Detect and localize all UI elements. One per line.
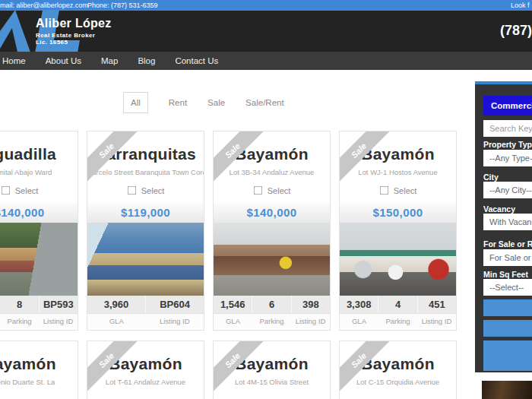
listing-card-aguadilla[interactable]: Aguadilla Caimital Abajo Ward Select $14…: [0, 131, 78, 331]
listing-address: Lot WJ-1 Hostos Avenue: [340, 168, 456, 177]
topbar-look-link[interactable]: Look f: [511, 2, 530, 9]
listing-address: Eugenio Duarte St. La: [0, 378, 78, 387]
tab-sale[interactable]: Sale: [207, 98, 225, 107]
listing-city: Aguadilla: [0, 145, 78, 163]
listing-select[interactable]: Select: [0, 185, 78, 196]
page: mail: aliber@aliberlopez.com Phone: (787…: [0, 0, 532, 399]
property-photo[interactable]: [0, 223, 78, 296]
listing-address: Lot 4M-15 Olivia Street: [214, 378, 330, 387]
property-photo[interactable]: [214, 223, 330, 296]
nav-item-about-us[interactable]: About Us: [36, 56, 91, 65]
stat-value-gla: 3,308: [340, 296, 378, 313]
stat-label-listing-id: Listing ID: [291, 314, 330, 328]
field-label-min-sq-feet: Min Sq Feet: [483, 270, 528, 279]
stat-label-parking: Parking: [252, 314, 291, 328]
brand-license: Lic. 16565: [36, 39, 112, 46]
listing-card-bayamon-andaluz[interactable]: Sale Bayamón Lot 3B-34 Andaluz Avenue Se…: [213, 131, 331, 331]
search-keyword-input[interactable]: [483, 120, 532, 137]
stat-value-parking: 6: [252, 296, 291, 313]
commercial-search-widget: Commercial Property Type --Any Type-- Ci…: [475, 81, 532, 372]
field-label-for-sale-or-rent: For Sale or Rent: [483, 239, 532, 249]
topbar: mail: aliber@aliberlopez.com Phone: (787…: [0, 0, 532, 11]
listing-city: Bayamón: [0, 355, 78, 373]
listing-select[interactable]: Select: [214, 185, 330, 196]
listing-select[interactable]: Select: [87, 185, 204, 196]
stat-values-row: 8 BP593: [0, 296, 78, 313]
stat-label-parking: Parking: [378, 314, 417, 328]
nav-item-map[interactable]: Map: [91, 56, 128, 65]
city-select[interactable]: --Any City--: [483, 182, 532, 198]
min-sq-feet-select[interactable]: --Select--: [483, 279, 532, 296]
stat-label-listing-id: Listing ID: [417, 314, 456, 328]
vacancy-select[interactable]: With Vacancy: [483, 214, 532, 230]
nav-item-home[interactable]: Home: [0, 56, 36, 65]
listings-grid: Aguadilla Caimital Abajo Ward Select $14…: [0, 131, 457, 399]
widget-title-button[interactable]: Commercial: [483, 96, 532, 116]
tab-sale-rent[interactable]: Sale/Rent: [245, 98, 284, 107]
select-checkbox[interactable]: [1, 186, 10, 195]
site-header: Aliber López Real Estate Broker Lic. 165…: [0, 11, 532, 52]
stat-value-gla: 3,960: [87, 296, 146, 313]
logo[interactable]: Aliber López Real Estate Broker Lic. 165…: [36, 17, 112, 46]
select-checkbox[interactable]: [379, 186, 388, 195]
property-photo[interactable]: [87, 223, 204, 296]
field-label-property-type: Property Type: [483, 140, 532, 149]
select-label: Select: [15, 186, 39, 195]
select-checkbox[interactable]: [253, 186, 262, 195]
nav-item-blog[interactable]: Blog: [128, 56, 165, 65]
listing-select[interactable]: Select: [340, 185, 456, 196]
select-checkbox[interactable]: [127, 186, 136, 195]
brand-subtitle: Real Estate Broker: [36, 32, 112, 39]
property-type-select[interactable]: --Any Type--: [483, 150, 532, 166]
stat-values-row: 1,546 6 398: [214, 296, 330, 313]
listing-address: Caimital Abajo Ward: [0, 168, 78, 177]
listing-card-bayamon-duarte[interactable]: Bayamón Eugenio Duarte St. La: [0, 340, 78, 399]
listing-price[interactable]: $140,000: [0, 203, 78, 223]
listing-card-bayamon-olivia[interactable]: Sale Bayamón Lot 4M-15 Olivia Street: [213, 340, 331, 399]
widget-button-2[interactable]: [483, 320, 532, 337]
topbar-phone: Phone: (787) 531-6359: [87, 2, 158, 9]
listing-card-bayamon-orquidia[interactable]: Sale Bayamón Lot C-15 Orquidia Avenue: [339, 340, 457, 399]
listing-price[interactable]: $140,000: [214, 203, 330, 223]
listing-address: Lot 3B-34 Andaluz Avenue: [214, 168, 330, 177]
listing-card-bayamon-hostos[interactable]: Sale Bayamón Lot WJ-1 Hostos Avenue Sele…: [339, 131, 457, 331]
field-label-vacancy: Vacancy: [483, 204, 515, 214]
listing-card-bayamon-andaluz-t61[interactable]: Sale Bayamón Lot T-61 Andaluz Avenue: [87, 340, 204, 399]
main-nav: Home About Us Map Blog Contact Us: [0, 52, 532, 70]
listing-price[interactable]: $119,000: [87, 203, 204, 223]
stat-value-parking: 8: [0, 296, 39, 313]
widget-button-1[interactable]: [483, 299, 532, 316]
for-sale-or-rent-select[interactable]: For Sale or Rent: [483, 249, 532, 266]
select-label: Select: [141, 186, 165, 195]
stat-value-parking: 4: [378, 296, 417, 313]
listing-address: Lot T-61 Andaluz Avenue: [87, 378, 204, 387]
select-label: Select: [394, 186, 417, 195]
header-phone: (787): [500, 23, 532, 39]
stat-labels-row: GLA Listing ID: [87, 313, 204, 328]
field-label-city: City: [483, 173, 499, 182]
widget-button-3[interactable]: [483, 340, 532, 371]
tab-all[interactable]: All: [123, 92, 148, 113]
topbar-email-link[interactable]: mail: aliber@aliberlopez.com: [0, 2, 88, 9]
select-label: Select: [268, 186, 291, 195]
tab-rent[interactable]: Rent: [169, 98, 187, 107]
stat-value-listing-id: BP593: [40, 296, 78, 313]
stat-label-gla: GLA: [214, 314, 252, 328]
brand-name: Aliber López: [36, 17, 112, 30]
stat-values-row: 3,308 4 451: [340, 296, 456, 313]
property-photo[interactable]: [340, 223, 456, 296]
stat-label-parking: Parking: [0, 314, 39, 328]
stat-values-row: 3,960 BP604: [87, 296, 204, 313]
listing-address: Lot C-15 Orquidia Avenue: [340, 378, 456, 387]
listing-filter-tabs: All Rent Sale Sale/Rent: [123, 92, 284, 113]
nav-item-contact-us[interactable]: Contact Us: [165, 56, 228, 65]
listing-price[interactable]: $150,000: [340, 203, 456, 223]
listing-address: Barcelo Street Baranquita Town Core: [87, 168, 204, 177]
stat-value-gla: 1,546: [214, 296, 252, 313]
listing-card-barranquitas[interactable]: Sale Barranquitas Barcelo Street Baranqu…: [87, 131, 204, 331]
stat-value-listing-id: 451: [418, 296, 456, 313]
stat-label-gla: GLA: [87, 314, 146, 328]
stat-labels-row: GLA Parking Listing ID: [214, 313, 330, 328]
stat-label-listing-id: Listing ID: [39, 314, 78, 328]
stat-label-listing-id: Listing ID: [146, 314, 204, 328]
